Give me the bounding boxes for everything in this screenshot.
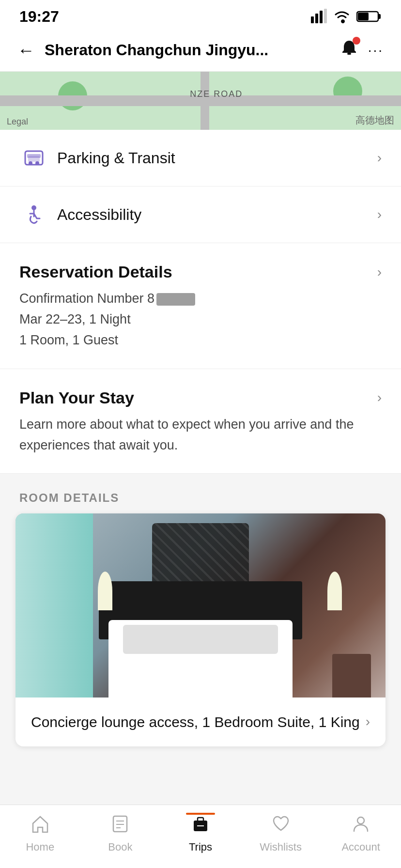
room-card[interactable]: Concierge lounge access, 1 Bedroom Suite… — [15, 513, 386, 746]
room-lamp-left — [98, 572, 112, 610]
room-details-label: ROOM DETAILS — [0, 474, 401, 513]
trips-icon — [190, 814, 211, 837]
confirmation-number: Confirmation Number 8 — [19, 291, 154, 306]
room-info-row[interactable]: Concierge lounge access, 1 Bedroom Suite… — [15, 698, 386, 746]
reservation-title: Reservation Details — [19, 263, 172, 281]
plan-header-row: Plan Your Stay › — [19, 388, 382, 407]
wifi-icon — [333, 8, 351, 25]
svg-rect-6 — [358, 13, 369, 20]
accessibility-chevron-icon: › — [377, 207, 382, 222]
header: ← Sheraton Changchun Jingyu... ··· — [0, 29, 401, 72]
svg-rect-12 — [27, 154, 41, 158]
plan-description: Learn more about what to expect when you… — [19, 414, 382, 456]
nav-item-account[interactable]: Account — [337, 814, 385, 853]
status-icons — [310, 8, 382, 25]
bottom-nav: Home Book Trips Wi — [0, 805, 401, 868]
map-legal-label: Legal — [7, 117, 28, 127]
svg-point-22 — [357, 817, 364, 824]
more-options-button[interactable]: ··· — [368, 43, 384, 58]
back-button[interactable]: ← — [17, 42, 35, 59]
nav-item-book[interactable]: Book — [96, 814, 144, 853]
nav-item-wishlists[interactable]: Wishlists — [257, 814, 305, 853]
svg-rect-5 — [378, 14, 381, 19]
notification-bell-button[interactable] — [340, 39, 358, 62]
trips-nav-label: Trips — [189, 841, 212, 853]
accessibility-row[interactable]: Accessibility › — [0, 186, 401, 243]
battery-icon — [356, 10, 382, 23]
accessibility-icon — [19, 204, 48, 225]
svg-point-11 — [35, 161, 39, 165]
nav-item-home[interactable]: Home — [16, 814, 64, 853]
content-area: Parking & Transit › Accessibility › Rese… — [0, 130, 401, 474]
svg-rect-2 — [320, 11, 323, 23]
reservation-details-section[interactable]: Reservation Details › Confirmation Numbe… — [0, 243, 401, 369]
status-bar: 19:27 — [0, 0, 401, 29]
parking-chevron-icon: › — [377, 150, 382, 166]
trips-active-indicator — [186, 813, 215, 815]
nav-item-trips[interactable]: Trips — [176, 814, 225, 853]
signal-icon — [310, 8, 327, 25]
room-nightstand-right — [332, 654, 371, 698]
plan-your-stay-section[interactable]: Plan Your Stay › Learn more about what t… — [0, 369, 401, 474]
map-preview[interactable]: NZE ROAD Legal 高德地图 — [0, 72, 401, 130]
svg-rect-20 — [198, 818, 203, 822]
header-title: Sheraton Changchun Jingyu... — [45, 41, 330, 59]
reservation-dates: Mar 22–23, 1 Night — [19, 312, 131, 326]
reservation-header-row: Reservation Details › — [19, 263, 382, 281]
reservation-chevron-icon: › — [377, 264, 382, 280]
reservation-sub: Confirmation Number 8 Mar 22–23, 1 Night… — [19, 288, 382, 351]
reservation-guests: 1 Room, 1 Guest — [19, 333, 118, 347]
book-nav-label: Book — [108, 841, 132, 853]
room-bed — [108, 620, 293, 698]
parking-transit-label: Parking & Transit — [48, 149, 377, 167]
wishlists-nav-label: Wishlists — [260, 841, 302, 853]
map-road-vertical — [200, 72, 209, 130]
room-name-label: Concierge lounge access, 1 Bedroom Suite… — [31, 711, 360, 733]
svg-point-10 — [29, 161, 32, 165]
plan-title: Plan Your Stay — [19, 388, 134, 407]
svg-rect-1 — [315, 14, 318, 23]
room-info-chevron-icon: › — [366, 714, 370, 729]
person-icon — [351, 814, 371, 837]
book-icon — [110, 814, 130, 837]
home-nav-label: Home — [26, 841, 54, 853]
svg-rect-7 — [347, 53, 351, 55]
parking-transit-row[interactable]: Parking & Transit › — [0, 130, 401, 186]
accessibility-label: Accessibility — [48, 206, 377, 224]
room-wall-left — [15, 513, 93, 698]
room-lamp-right — [327, 572, 342, 610]
account-nav-label: Account — [341, 841, 380, 853]
map-road-label: NZE ROAD — [190, 89, 243, 99]
parking-icon — [19, 147, 48, 169]
redacted-confirmation — [156, 293, 195, 306]
svg-rect-0 — [311, 16, 314, 23]
home-icon — [30, 814, 50, 837]
map-brand-label: 高德地图 — [355, 114, 394, 127]
room-image — [15, 513, 386, 698]
svg-rect-3 — [324, 9, 327, 23]
heart-icon — [271, 814, 291, 837]
notification-badge — [353, 37, 360, 45]
plan-chevron-icon: › — [377, 390, 382, 405]
status-time: 19:27 — [19, 8, 59, 26]
